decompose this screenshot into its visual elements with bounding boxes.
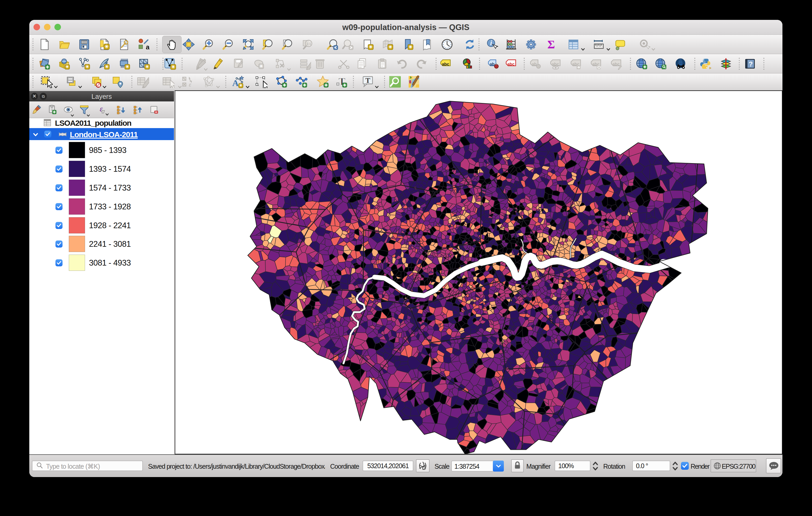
svg-text:✳: ✳ xyxy=(145,64,149,69)
svg-text:abc: abc xyxy=(612,62,620,66)
svg-text:✳: ✳ xyxy=(125,64,129,69)
svg-text:Σ: Σ xyxy=(548,38,555,51)
svg-text:✳: ✳ xyxy=(239,83,242,88)
svg-text:✳: ✳ xyxy=(65,64,69,69)
svg-text:✳: ✳ xyxy=(85,64,89,69)
svg-text:abc: abc xyxy=(552,62,559,66)
svg-text:i: i xyxy=(490,39,492,47)
svg-text:ab: ab xyxy=(490,62,495,66)
svg-text:✳: ✳ xyxy=(105,64,109,69)
svg-text:1:1: 1:1 xyxy=(306,42,311,46)
svg-text:ab: ab xyxy=(532,62,537,66)
svg-text:T: T xyxy=(366,76,370,85)
svg-text:abc: abc xyxy=(507,62,515,66)
svg-text:abc: abc xyxy=(442,62,449,66)
svg-text:A: A xyxy=(232,78,239,88)
svg-text:a: a xyxy=(146,43,149,51)
svg-text:✳: ✳ xyxy=(259,63,263,69)
svg-text:✳: ✳ xyxy=(171,64,175,69)
svg-text:?: ? xyxy=(749,60,753,68)
svg-text:✳: ✳ xyxy=(408,44,412,50)
svg-text:✳: ✳ xyxy=(369,44,373,50)
svg-text:✳: ✳ xyxy=(388,44,392,50)
svg-text:✳: ✳ xyxy=(105,44,109,50)
svg-text:ε: ε xyxy=(189,81,192,88)
